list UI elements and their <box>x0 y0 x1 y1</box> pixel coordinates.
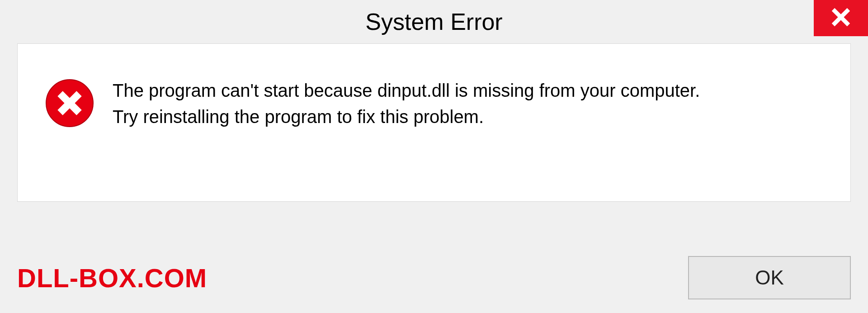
footer: DLL-BOX.COM OK <box>17 256 851 299</box>
ok-button[interactable]: OK <box>688 256 851 299</box>
close-button[interactable] <box>814 0 868 36</box>
error-message-line1: The program can't start because dinput.d… <box>113 77 823 104</box>
dialog-title: System Error <box>365 8 502 35</box>
ok-button-label: OK <box>755 266 784 289</box>
error-message: The program can't start because dinput.d… <box>113 76 823 130</box>
watermark-text: DLL-BOX.COM <box>17 263 207 293</box>
error-icon <box>45 78 94 128</box>
close-icon <box>830 6 852 30</box>
error-message-line2: Try reinstalling the program to fix this… <box>113 104 823 130</box>
content-panel: The program can't start because dinput.d… <box>17 43 851 202</box>
titlebar: System Error <box>0 0 868 43</box>
